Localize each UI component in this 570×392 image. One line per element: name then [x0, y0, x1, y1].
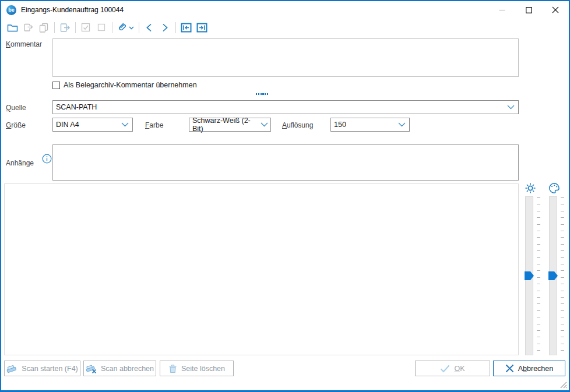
delete-page-label: Seite löschen: [181, 365, 225, 373]
brightness-slider-track[interactable]: [525, 196, 533, 355]
chevron-down-icon: [129, 27, 133, 29]
ok-label: OK: [454, 365, 465, 373]
x-icon: [505, 364, 514, 373]
farbe-value: Schwarz-Weiß (2-Bit): [192, 116, 261, 133]
minimize-icon: [499, 7, 505, 13]
export-page-button[interactable]: [22, 21, 34, 34]
chevron-down-icon: [261, 122, 268, 127]
scanner-cancel-icon: [86, 364, 97, 373]
page-forward-icon: [59, 23, 71, 33]
palette-icon: [548, 182, 560, 194]
color-slider-thumb[interactable]: [548, 271, 558, 280]
fit-width-left-button[interactable]: [180, 21, 192, 34]
paperclip-icon: [117, 22, 135, 33]
fit-width-right-icon: [196, 23, 207, 33]
toolbar-separator: [112, 22, 112, 33]
copy-pages-icon: [38, 23, 49, 33]
splitter-handle[interactable]: [256, 93, 269, 95]
chevron-down-icon: [398, 122, 406, 127]
title-bar: be Eingangs-Kundenauftrag 100044: [1, 1, 569, 19]
scan-start-button[interactable]: Scan starten (F4): [4, 361, 80, 376]
select-all-button[interactable]: [79, 21, 92, 34]
info-icon[interactable]: [42, 154, 52, 165]
aufloesung-combobox[interactable]: 150: [330, 118, 410, 132]
toolbar-separator: [139, 22, 139, 33]
anhaenge-label: Anhänge: [6, 159, 34, 167]
ok-button[interactable]: OK: [415, 361, 490, 376]
chevron-down-icon: [121, 122, 129, 127]
groesse-label: Größe: [6, 121, 26, 129]
maximize-icon: [526, 7, 532, 13]
groesse-combobox[interactable]: DIN A4: [52, 118, 133, 132]
chevron-right-icon: [160, 23, 170, 33]
chevron-down-icon: [507, 105, 515, 110]
page-forward-button[interactable]: [58, 21, 71, 34]
maximize-button[interactable]: [515, 1, 542, 19]
farbe-combobox[interactable]: Schwarz-Weiß (2-Bit): [189, 118, 271, 132]
trash-icon: [168, 364, 177, 373]
fit-width-left-icon: [181, 23, 192, 33]
minimize-button[interactable]: [488, 1, 515, 19]
kommentar-label: Kommentar: [6, 40, 42, 48]
toolbar-separator: [75, 22, 76, 33]
toolbar: [1, 19, 569, 36]
open-folder-icon: [7, 23, 18, 33]
brightness-slider-group: [524, 182, 546, 196]
aufloesung-value: 150: [334, 121, 346, 129]
aufloesung-label: Auflösung: [282, 121, 313, 129]
color-slider-track[interactable]: [549, 196, 557, 355]
farbe-label: Farbe: [145, 121, 163, 129]
brightness-slider-ticks: [537, 197, 540, 355]
belegarchiv-checkbox-row[interactable]: Als Belegarchiv-Kommentar übernehmen: [52, 81, 197, 89]
belegarchiv-checkbox-label: Als Belegarchiv-Kommentar übernehmen: [64, 81, 197, 89]
deselect-button[interactable]: [95, 21, 108, 34]
export-page-icon: [23, 23, 34, 33]
scan-preview-area: [4, 183, 519, 355]
close-button[interactable]: [542, 1, 569, 19]
scan-start-label: Scan starten (F4): [22, 365, 78, 373]
window-title: Eingangs-Kundenauftrag 100044: [21, 6, 124, 14]
check-icon: [440, 365, 450, 373]
cancel-label: Abbrechen: [518, 365, 553, 373]
fit-width-right-button[interactable]: [195, 21, 208, 34]
scanner-icon: [6, 364, 17, 373]
toolbar-separator: [54, 22, 55, 33]
close-icon: [552, 6, 559, 13]
delete-page-button[interactable]: Seite löschen: [160, 361, 234, 376]
kommentar-textarea[interactable]: [52, 38, 519, 77]
sun-icon: [525, 182, 536, 194]
open-folder-button[interactable]: [6, 21, 19, 34]
attachments-button[interactable]: [116, 21, 135, 34]
scan-cancel-button[interactable]: Scan abbrechen: [83, 361, 156, 376]
checkbox-checked-icon: [80, 22, 91, 33]
chevron-left-icon: [145, 23, 154, 33]
color-slider-ticks: [561, 197, 564, 355]
cancel-button[interactable]: Abbrechen: [493, 361, 565, 376]
quelle-label: Quelle: [6, 104, 26, 112]
groesse-value: DIN A4: [56, 121, 79, 129]
checkbox-empty-icon: [97, 23, 106, 32]
copy-pages-button[interactable]: [37, 21, 50, 34]
color-slider-group: [548, 182, 570, 196]
app-logo-icon: be: [6, 5, 16, 15]
scan-dialog-window: be Eingangs-Kundenauftrag 100044: [0, 0, 570, 392]
toolbar-separator: [175, 22, 176, 33]
quelle-value: SCAN-PATH: [56, 103, 97, 111]
resize-grip[interactable]: [559, 380, 567, 389]
previous-page-button[interactable]: [143, 21, 156, 34]
belegarchiv-checkbox[interactable]: [52, 82, 60, 89]
brightness-slider-thumb[interactable]: [525, 271, 534, 280]
quelle-combobox[interactable]: SCAN-PATH: [52, 100, 519, 114]
scan-cancel-label: Scan abbrechen: [101, 365, 154, 373]
anhaenge-list[interactable]: [52, 144, 519, 181]
next-page-button[interactable]: [159, 21, 171, 34]
